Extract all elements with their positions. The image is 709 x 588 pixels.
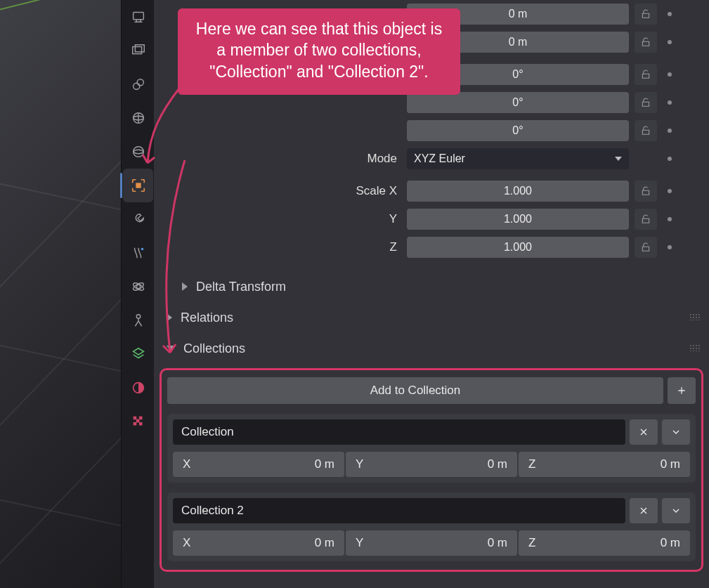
rotation-y-field[interactable]: 0° bbox=[407, 92, 629, 113]
collection-item: Collection 2 X0 m Y0 m Z0 m bbox=[167, 492, 696, 561]
keyframe-dot[interactable] bbox=[660, 217, 679, 221]
keyframe-dot[interactable] bbox=[660, 100, 679, 105]
annotation-arrow bbox=[153, 159, 195, 362]
add-collection-plus-button[interactable] bbox=[668, 377, 696, 404]
lock-icon[interactable] bbox=[635, 4, 657, 25]
axis-value: 0 m bbox=[315, 536, 334, 550]
keyframe-dot[interactable] bbox=[660, 189, 679, 193]
tab-modifiers[interactable] bbox=[122, 202, 155, 236]
collection-item: Collection X0 m Y0 m Z0 m bbox=[167, 414, 696, 483]
axis-value: 0 m bbox=[315, 457, 334, 471]
section-collections[interactable]: Collections bbox=[154, 333, 709, 364]
axis-label: Y bbox=[356, 536, 363, 550]
svg-rect-16 bbox=[138, 417, 142, 420]
section-label: Delta Transform bbox=[196, 280, 286, 294]
collection-offset-x[interactable]: X0 m bbox=[173, 530, 344, 556]
viewport-3d[interactable] bbox=[0, 0, 121, 588]
keyframe-dot[interactable] bbox=[660, 12, 679, 16]
collection-menu-button[interactable] bbox=[662, 498, 690, 523]
scale-y-field[interactable]: 1.000 bbox=[407, 209, 629, 230]
scale-y-row: Y 1.000 bbox=[154, 205, 709, 233]
collection-offset-z[interactable]: Z0 m bbox=[519, 452, 690, 477]
grid-line bbox=[0, 15, 121, 588]
tab-physics[interactable] bbox=[122, 270, 155, 303]
grid-line bbox=[0, 15, 121, 588]
collection-offset-z[interactable]: Z0 m bbox=[519, 530, 690, 556]
axis-label: Y bbox=[356, 457, 363, 471]
grid-line bbox=[0, 397, 121, 588]
axis-label: Z bbox=[528, 457, 535, 471]
rotation-mode-select[interactable]: XYZ Euler bbox=[407, 148, 629, 169]
tab-particles[interactable] bbox=[122, 236, 155, 270]
lock-icon[interactable] bbox=[635, 181, 657, 202]
keyframe-dot[interactable] bbox=[660, 157, 679, 161]
svg-rect-8 bbox=[136, 183, 141, 188]
axis-label: X bbox=[183, 536, 190, 550]
lock-icon[interactable] bbox=[635, 209, 657, 230]
section-relations[interactable]: Relations bbox=[154, 302, 709, 333]
svg-rect-1 bbox=[132, 47, 141, 54]
scale-x-row: Scale X 1.000 bbox=[154, 177, 709, 205]
scale-z-field[interactable]: 1.000 bbox=[407, 237, 629, 258]
svg-rect-19 bbox=[136, 419, 139, 423]
keyframe-dot[interactable] bbox=[660, 72, 679, 77]
remove-collection-button[interactable] bbox=[630, 419, 658, 445]
add-to-collection-button[interactable]: Add to Collection bbox=[167, 377, 663, 404]
lock-icon[interactable] bbox=[635, 32, 657, 53]
tab-data[interactable] bbox=[122, 337, 155, 371]
svg-point-10 bbox=[136, 285, 141, 289]
lock-icon[interactable] bbox=[635, 64, 657, 85]
axis-value: 0 m bbox=[661, 536, 680, 550]
axis-label: Z bbox=[528, 536, 535, 550]
collections-body: Add to Collection Collection X0 m Y0 m Z… bbox=[160, 368, 703, 572]
collection-menu-button[interactable] bbox=[662, 419, 690, 445]
keyframe-dot[interactable] bbox=[660, 40, 679, 44]
section-delta-transform[interactable]: Delta Transform bbox=[154, 271, 709, 302]
svg-rect-0 bbox=[133, 13, 143, 20]
axis-label: X bbox=[183, 457, 190, 471]
tab-render[interactable] bbox=[122, 0, 155, 34]
annotation-callout: Here we can see that this object is a me… bbox=[178, 8, 460, 95]
lock-icon[interactable] bbox=[635, 92, 657, 113]
lock-icon[interactable] bbox=[635, 120, 657, 141]
svg-point-9 bbox=[141, 248, 143, 251]
axis-value: 0 m bbox=[661, 457, 680, 471]
rotation-z-row: 0° bbox=[154, 117, 709, 145]
grid-line bbox=[0, 81, 121, 272]
scale-x-field[interactable]: 1.000 bbox=[407, 181, 629, 202]
axis-y bbox=[0, 0, 121, 27]
rotation-mode-row: Mode XYZ Euler bbox=[154, 145, 709, 173]
svg-rect-18 bbox=[138, 422, 142, 426]
svg-point-13 bbox=[136, 315, 141, 319]
keyframe-dot[interactable] bbox=[660, 245, 679, 249]
tab-output[interactable] bbox=[122, 34, 155, 67]
remove-collection-button[interactable] bbox=[630, 498, 658, 523]
collection-offset-y[interactable]: Y0 m bbox=[346, 530, 517, 556]
tab-material[interactable] bbox=[122, 371, 155, 405]
collection-offset-x[interactable]: X0 m bbox=[173, 452, 344, 477]
keyframe-dot[interactable] bbox=[660, 129, 679, 133]
axis-value: 0 m bbox=[488, 457, 507, 471]
axis-value: 0 m bbox=[488, 536, 507, 550]
svg-point-3 bbox=[133, 83, 139, 89]
lock-icon[interactable] bbox=[635, 237, 657, 258]
collection-name-input[interactable]: Collection bbox=[173, 419, 625, 445]
collection-offset-y[interactable]: Y0 m bbox=[346, 452, 517, 477]
svg-rect-2 bbox=[135, 45, 144, 52]
tab-constraints[interactable] bbox=[122, 303, 155, 337]
drag-grip-icon[interactable] bbox=[689, 313, 701, 320]
drag-grip-icon[interactable] bbox=[689, 344, 701, 351]
tab-texture[interactable] bbox=[122, 405, 155, 438]
scale-z-row: Z 1.000 bbox=[154, 233, 709, 261]
collection-name-input[interactable]: Collection 2 bbox=[173, 498, 625, 523]
svg-rect-17 bbox=[133, 422, 136, 426]
svg-rect-15 bbox=[133, 417, 136, 420]
grid-line bbox=[0, 15, 121, 588]
rotation-z-field[interactable]: 0° bbox=[407, 120, 629, 141]
